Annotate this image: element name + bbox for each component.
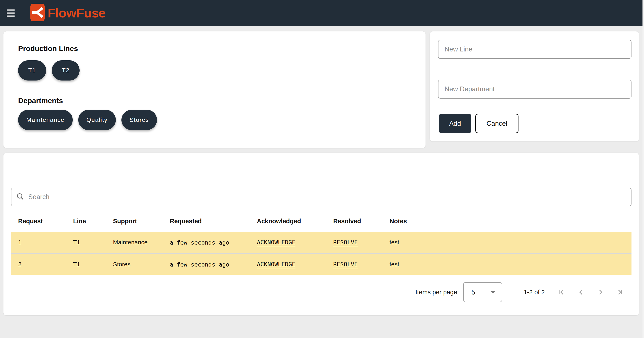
cell-requested: a few seconds ago — [162, 239, 250, 246]
previous-page-button[interactable] — [577, 288, 585, 297]
chip-dept-stores[interactable]: Stores — [122, 110, 157, 130]
departments-chip-row: Maintenance Quality Stores — [18, 110, 157, 130]
chip-dept-quality[interactable]: Quality — [78, 110, 116, 130]
column-header-requested: Requested — [162, 218, 250, 225]
brand-name: FlowFuse — [48, 5, 106, 20]
flowfuse-merge-icon — [30, 4, 45, 22]
resolve-link[interactable]: RESOLVE — [333, 239, 358, 246]
pagination-range-label: 1-2 of 2 — [524, 289, 545, 296]
search-input[interactable] — [28, 193, 627, 201]
chevron-left-icon — [577, 294, 585, 297]
acknowledge-link[interactable]: ACKNOWLEDGE — [257, 261, 296, 268]
cell-line: T1 — [66, 261, 106, 268]
chip-dept-maintenance[interactable]: Maintenance — [18, 110, 73, 130]
resolve-link[interactable]: RESOLVE — [333, 261, 358, 268]
page-scrollbar[interactable] — [642, 0, 644, 338]
items-per-page-value: 5 — [472, 288, 475, 296]
table-row: 2 T1 Stores a few seconds ago ACKNOWLEDG… — [11, 253, 632, 275]
pagination-nav — [557, 288, 624, 297]
new-line-input[interactable] — [438, 40, 632, 59]
cell-notes: test — [382, 261, 632, 268]
cell-support: Maintenance — [106, 239, 162, 246]
add-panel: Add Cancel — [430, 31, 639, 142]
pagination-bar: Items per page: 5 1-2 of 2 — [416, 282, 624, 302]
hamburger-bar — [7, 15, 15, 16]
search-icon — [16, 192, 25, 202]
add-button[interactable]: Add — [439, 114, 471, 133]
cell-requested: a few seconds ago — [162, 261, 250, 268]
column-header-request: Request — [11, 218, 66, 225]
column-header-resolved: Resolved — [326, 218, 382, 225]
hamburger-menu-icon[interactable] — [7, 9, 15, 16]
first-page-icon — [557, 294, 566, 297]
production-lines-chip-row: T1 T2 — [18, 60, 80, 81]
cell-request: 1 — [11, 239, 66, 246]
table-header-row: Request Line Support Requested Acknowled… — [11, 212, 632, 230]
hamburger-bar — [7, 9, 15, 10]
next-page-button[interactable] — [596, 288, 605, 297]
cell-line: T1 — [66, 239, 106, 246]
cancel-button[interactable]: Cancel — [475, 114, 518, 133]
table-row: 1 T1 Maintenance a few seconds ago ACKNO… — [11, 232, 632, 253]
caret-down-icon — [490, 291, 496, 294]
requests-table-panel: Request Line Support Requested Acknowled… — [4, 153, 639, 315]
last-page-icon — [616, 294, 624, 297]
chevron-right-icon — [596, 294, 605, 297]
table-body: 1 T1 Maintenance a few seconds ago ACKNO… — [11, 232, 632, 275]
cell-request: 2 — [11, 261, 66, 268]
search-box — [11, 188, 632, 206]
brand-logo: FlowFuse — [30, 4, 106, 22]
column-header-notes: Notes — [382, 218, 632, 225]
top-navbar: FlowFuse — [0, 0, 644, 26]
items-per-page-select[interactable]: 5 — [463, 282, 502, 302]
departments-title: Departments — [18, 96, 63, 105]
chip-line-t1[interactable]: T1 — [18, 60, 46, 81]
column-header-line: Line — [66, 218, 106, 225]
hamburger-bar — [7, 12, 15, 13]
cell-notes: test — [382, 239, 632, 246]
acknowledge-link[interactable]: ACKNOWLEDGE — [257, 239, 296, 246]
cell-support: Stores — [106, 261, 162, 268]
new-department-input[interactable] — [438, 80, 632, 99]
filters-panel: Production Lines T1 T2 Departments Maint… — [4, 31, 426, 148]
production-lines-title: Production Lines — [18, 44, 78, 53]
column-header-support: Support — [106, 218, 162, 225]
last-page-button[interactable] — [616, 288, 624, 297]
chip-line-t2[interactable]: T2 — [52, 60, 80, 81]
column-header-acknowledged: Acknowledged — [250, 218, 326, 225]
first-page-button[interactable] — [557, 288, 566, 297]
items-per-page-label: Items per page: — [416, 289, 459, 296]
